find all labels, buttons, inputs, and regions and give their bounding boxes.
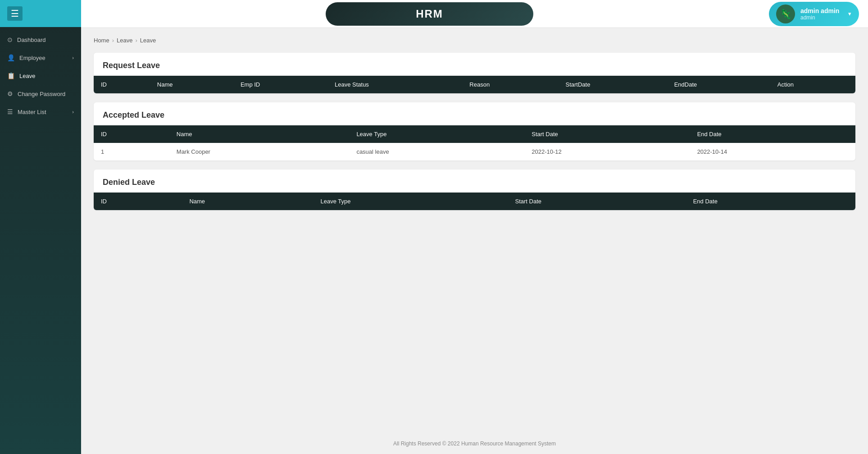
accepted-leave-header-row: ID Name Leave Type Start Date End Date [94, 125, 855, 143]
den-col-leave-type: Leave Type [313, 193, 508, 210]
request-leave-section: Request Leave ID Name Emp ID Leave Statu… [94, 53, 855, 93]
master-list-icon: ☰ [7, 108, 13, 115]
master-list-arrow-icon: › [72, 109, 74, 115]
page-content: Home › Leave › Leave Request Leave ID Na… [81, 28, 868, 433]
sidebar-header: ☰ [0, 0, 81, 27]
request-leave-thead: ID Name Emp ID Leave Status Reason Start… [94, 76, 855, 93]
col-emp-id: Emp ID [233, 76, 327, 93]
user-menu[interactable]: 🦎 admin admin admin ▾ [769, 2, 859, 26]
denied-leave-title: Denied Leave [94, 170, 855, 193]
footer-text: All Rights Reserved © 2022 Human Resourc… [393, 440, 556, 447]
col-action: Action [770, 76, 855, 93]
table-row: 1 Mark Cooper casual leave 2022-10-12 20… [94, 143, 855, 161]
avatar: 🦎 [776, 5, 795, 23]
denied-leave-thead: ID Name Leave Type Start Date End Date [94, 193, 855, 210]
sidebar-item-employee[interactable]: 👤 Employee › [0, 49, 81, 67]
top-header: HRM 🦎 admin admin admin ▾ [81, 0, 868, 28]
breadcrumb-leave-2: Leave [140, 37, 156, 44]
request-leave-header-row: ID Name Emp ID Leave Status Reason Start… [94, 76, 855, 93]
hrm-title: HRM [326, 2, 533, 26]
acc-col-leave-type: Leave Type [349, 125, 524, 143]
den-col-end-date: End Date [686, 193, 855, 210]
acc-row-name: Mark Cooper [169, 143, 350, 161]
denied-leave-section: Denied Leave ID Name Leave Type Start Da… [94, 170, 855, 210]
denied-leave-table: ID Name Leave Type Start Date End Date [94, 193, 855, 210]
col-reason: Reason [462, 76, 558, 93]
breadcrumb: Home › Leave › Leave [94, 37, 855, 44]
sidebar-item-leave[interactable]: 📋 Leave [0, 67, 81, 85]
user-name: admin admin [800, 7, 839, 14]
sidebar-nav: ⊙ Dashboard 👤 Employee › 📋 Leave ⚙ Chang… [0, 27, 81, 121]
den-col-start-date: Start Date [508, 193, 686, 210]
menu-icon[interactable]: ☰ [7, 6, 23, 21]
hrm-title-bar: HRM [90, 2, 769, 26]
user-dropdown-arrow-icon: ▾ [848, 10, 851, 17]
accepted-leave-table: ID Name Leave Type Start Date End Date 1… [94, 125, 855, 161]
change-password-icon: ⚙ [7, 90, 13, 97]
accepted-leave-thead: ID Name Leave Type Start Date End Date [94, 125, 855, 143]
employee-icon: 👤 [7, 54, 15, 61]
breadcrumb-sep-1: › [112, 37, 114, 44]
sidebar-item-leave-label: Leave [19, 73, 35, 79]
acc-row-leave-type: casual leave [349, 143, 524, 161]
user-role: admin [800, 14, 839, 21]
request-leave-title: Request Leave [94, 53, 855, 76]
sidebar-item-employee-label: Employee [19, 55, 45, 61]
sidebar: ☰ ⊙ Dashboard 👤 Employee › 📋 Leave ⚙ Cha… [0, 0, 81, 454]
sidebar-item-dashboard[interactable]: ⊙ Dashboard [0, 31, 81, 49]
avatar-emoji: 🦎 [780, 9, 791, 19]
col-name: Name [150, 76, 233, 93]
sidebar-item-change-password[interactable]: ⚙ Change Password [0, 85, 81, 103]
user-info: admin admin admin [800, 7, 839, 21]
acc-col-end-date: End Date [690, 125, 855, 143]
sidebar-item-change-password-label: Change Password [18, 91, 65, 97]
acc-col-start-date: Start Date [524, 125, 690, 143]
breadcrumb-leave-1[interactable]: Leave [117, 37, 132, 44]
breadcrumb-sep-2: › [135, 37, 137, 44]
acc-row-end-date: 2022-10-14 [690, 143, 855, 161]
accepted-leave-section: Accepted Leave ID Name Leave Type Start … [94, 102, 855, 161]
sidebar-item-dashboard-label: Dashboard [17, 37, 46, 43]
col-end-date: EndDate [667, 76, 770, 93]
acc-col-id: ID [94, 125, 169, 143]
acc-row-id: 1 [94, 143, 169, 161]
breadcrumb-home[interactable]: Home [94, 37, 109, 44]
accepted-leave-tbody: 1 Mark Cooper casual leave 2022-10-12 20… [94, 143, 855, 161]
acc-row-start-date: 2022-10-12 [524, 143, 690, 161]
col-start-date: StartDate [558, 76, 667, 93]
col-id: ID [94, 76, 150, 93]
employee-arrow-icon: › [72, 55, 74, 60]
request-leave-table: ID Name Emp ID Leave Status Reason Start… [94, 76, 855, 93]
denied-leave-header-row: ID Name Leave Type Start Date End Date [94, 193, 855, 210]
leave-icon: 📋 [7, 72, 15, 79]
main-content: HRM 🦎 admin admin admin ▾ Home › Leave ›… [81, 0, 868, 454]
accepted-leave-title: Accepted Leave [94, 102, 855, 125]
den-col-name: Name [182, 193, 313, 210]
sidebar-item-master-list-label: Master List [18, 109, 46, 115]
sidebar-item-master-list[interactable]: ☰ Master List › [0, 103, 81, 121]
acc-col-name: Name [169, 125, 350, 143]
den-col-id: ID [94, 193, 182, 210]
col-leave-status: Leave Status [327, 76, 462, 93]
footer: All Rights Reserved © 2022 Human Resourc… [81, 433, 868, 454]
dashboard-icon: ⊙ [7, 36, 13, 43]
